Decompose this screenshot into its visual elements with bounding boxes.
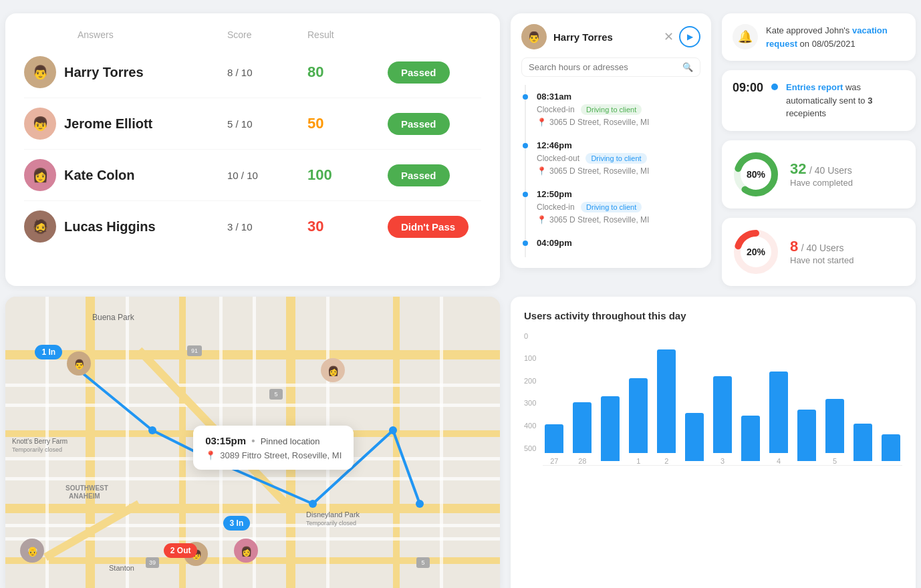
map-card[interactable]: Buena Park Knott's Berry Farm Temporaril… bbox=[5, 297, 500, 589]
user-name: Lucas Higgins bbox=[64, 219, 227, 235]
timeline-dot bbox=[523, 143, 528, 148]
col-answers: Answers bbox=[78, 29, 227, 40]
svg-text:👩: 👩 bbox=[327, 365, 340, 377]
donut-chart-not-started: 20% bbox=[733, 229, 779, 275]
svg-text:Stanton: Stanton bbox=[109, 564, 134, 572]
col-score: Score bbox=[227, 29, 307, 40]
svg-point-31 bbox=[389, 426, 397, 434]
y-label: 400 bbox=[524, 422, 536, 430]
bar bbox=[601, 396, 620, 461]
svg-text:5: 5 bbox=[421, 559, 424, 566]
search-bar[interactable]: 🔍 bbox=[521, 57, 700, 77]
svg-text:39: 39 bbox=[149, 559, 156, 566]
popup-time: 03:15pm • Pinned location bbox=[205, 435, 342, 446]
svg-rect-20 bbox=[126, 297, 129, 589]
entry-time: 12:46pm bbox=[537, 140, 700, 150]
svg-point-32 bbox=[416, 500, 424, 508]
avatar: 👨 bbox=[521, 24, 547, 49]
y-label: 300 bbox=[524, 399, 536, 407]
bar-group bbox=[795, 410, 818, 465]
map-popup: 03:15pm • Pinned location 📍 3089 Fittro … bbox=[193, 426, 354, 470]
entry-action: Clocked-in Driving to client bbox=[537, 202, 700, 212]
entry-address: 📍3065 D Street, Roseville, MI bbox=[537, 118, 700, 127]
table-row[interactable]: 👩 Kate Colon 10 / 10 100 Passed bbox=[24, 150, 481, 201]
answers: 10 / 10 bbox=[227, 170, 307, 181]
bar bbox=[825, 399, 844, 453]
entry-address: 📍3065 D Street, Roseville, MI bbox=[537, 215, 700, 225]
score: 50 bbox=[307, 115, 388, 132]
svg-text:ANAHEIM: ANAHEIM bbox=[69, 492, 100, 500]
bar bbox=[853, 424, 872, 461]
svg-text:Temporarily closed: Temporarily closed bbox=[306, 520, 356, 527]
bar bbox=[629, 378, 648, 453]
svg-text:SOUTHWEST: SOUTHWEST bbox=[65, 484, 108, 492]
progress-info: 32 / 40 Users Have completed bbox=[790, 160, 853, 188]
svg-text:👩: 👩 bbox=[241, 546, 253, 557]
entry-time: 08:31am bbox=[537, 92, 700, 102]
chart-card: Users activity throughout this day 500 4… bbox=[511, 297, 916, 589]
chart-title: Users activity throughout this day bbox=[524, 310, 902, 321]
notification-text: Kate approved John's vacation request on… bbox=[766, 24, 905, 50]
bar-group: 1 bbox=[627, 378, 650, 465]
chart-area: 500 400 300 200 100 0 27 28 1 2 bbox=[524, 332, 902, 466]
vacation-link[interactable]: vacation request bbox=[766, 25, 888, 49]
quiz-card: Answers Score Result 👨 Harry Torres 8 / … bbox=[5, 13, 500, 286]
close-icon[interactable]: ✕ bbox=[664, 29, 674, 44]
score: 100 bbox=[307, 166, 388, 184]
bar-group: 2 bbox=[655, 349, 678, 465]
table-row[interactable]: 👨 Harry Torres 8 / 10 80 Passed bbox=[24, 47, 481, 98]
result-badge: Passed bbox=[388, 164, 481, 186]
play-button[interactable]: ▶ bbox=[679, 26, 700, 47]
chart-y-labels: 500 400 300 200 100 0 bbox=[524, 332, 536, 466]
entries-link[interactable]: Entries report bbox=[786, 82, 843, 92]
donut-label: 80% bbox=[747, 169, 765, 180]
bar-group bbox=[851, 424, 874, 465]
timeline-entry: 12:50pm Clocked-in Driving to client 📍30… bbox=[525, 182, 700, 231]
progress-count: 32 / 40 Users bbox=[790, 160, 853, 178]
timeline-dot bbox=[523, 94, 528, 100]
y-label: 0 bbox=[524, 332, 536, 340]
badge-3-in: 3 In bbox=[223, 516, 251, 531]
svg-point-30 bbox=[309, 500, 317, 508]
progress-not-started: 20% 8 / 40 Users Have not started bbox=[722, 218, 916, 286]
search-input[interactable] bbox=[529, 62, 677, 72]
bar-group bbox=[599, 396, 622, 465]
timeline-entry: 12:46pm Clocked-out Driving to client 📍3… bbox=[525, 134, 700, 182]
svg-text:91: 91 bbox=[191, 347, 198, 354]
timeline-dot bbox=[523, 192, 528, 197]
entry-tag: Driving to client bbox=[581, 104, 642, 115]
bar-label: 2 bbox=[664, 457, 668, 465]
bar-group bbox=[683, 413, 706, 465]
bar-group: 27 bbox=[543, 424, 565, 465]
bar bbox=[657, 349, 676, 453]
notification-text: Entries report was automatically sent to… bbox=[786, 81, 905, 120]
bar bbox=[573, 402, 591, 453]
donut-label: 20% bbox=[747, 247, 765, 257]
svg-text:5: 5 bbox=[274, 391, 277, 398]
bar-group: 5 bbox=[823, 399, 846, 465]
score: 30 bbox=[307, 218, 388, 235]
table-row[interactable]: 🧔 Lucas Higgins 3 / 10 30 Didn't Pass bbox=[24, 201, 481, 252]
progress-desc: Have not started bbox=[790, 255, 853, 265]
search-icon: 🔍 bbox=[682, 62, 693, 72]
svg-text:Temporarily closed: Temporarily closed bbox=[12, 446, 62, 453]
notif-time: 09:00 bbox=[733, 81, 763, 95]
svg-point-28 bbox=[148, 426, 156, 434]
table-row[interactable]: 👦 Jerome Elliott 5 / 10 50 Passed bbox=[24, 98, 481, 150]
svg-text:👨: 👨 bbox=[74, 359, 86, 370]
chart-bars: 27 28 1 2 3 4 5 bbox=[543, 345, 902, 466]
progress-info: 8 / 40 Users Have not started bbox=[790, 238, 853, 265]
bar-label: 28 bbox=[578, 457, 586, 465]
progress-desc: Have completed bbox=[790, 178, 853, 188]
timeline-card: 👨 Harry Torres ✕ ▶ 🔍 08:31am Clocked-in … bbox=[511, 13, 711, 268]
svg-text:👴: 👴 bbox=[27, 546, 39, 557]
entry-action: Clocked-in Driving to client bbox=[537, 104, 700, 115]
score: 80 bbox=[307, 63, 388, 81]
answers: 5 / 10 bbox=[227, 118, 307, 130]
svg-text:Disneyland Park: Disneyland Park bbox=[306, 510, 360, 519]
timeline-user: 👨 Harry Torres bbox=[521, 24, 613, 49]
result-badge: Passed bbox=[388, 113, 481, 135]
chart-baseline bbox=[543, 465, 902, 466]
result-badge: Didn't Pass bbox=[388, 216, 481, 238]
user-name: Kate Colon bbox=[64, 168, 227, 183]
